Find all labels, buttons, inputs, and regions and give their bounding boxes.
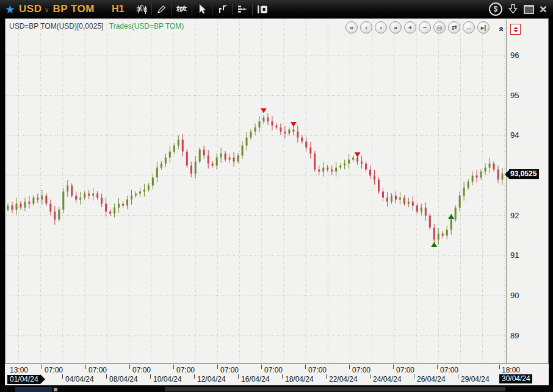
x-tick	[129, 365, 130, 369]
scroll-right-button[interactable]: ›	[375, 21, 387, 34]
x-tick	[150, 374, 151, 379]
x-tick	[370, 374, 370, 379]
toolbar-divider	[212, 3, 212, 15]
draw-icon[interactable]	[153, 2, 171, 16]
x-date-label: 10/04/24	[153, 375, 182, 383]
x-date-label: 18/04/24	[285, 375, 314, 383]
chart-type-icon[interactable]	[132, 2, 151, 16]
taskbar-fragment	[15, 387, 52, 392]
y-axis-label: 95	[510, 91, 519, 100]
toolbar-divider	[172, 3, 172, 15]
window-controls: $ ×	[489, 2, 553, 16]
toolbar-divider	[252, 3, 253, 15]
timeframe-selector[interactable]: H1	[112, 4, 124, 15]
price-arrow-icon	[505, 170, 509, 179]
scroll-fast-right-button[interactable]: »	[389, 21, 402, 34]
toolbar-divider	[232, 3, 233, 15]
x-time-label: 07:00	[440, 366, 458, 374]
x-date-label: 26/04/24	[417, 375, 446, 383]
y-axis-label: 94	[510, 130, 519, 140]
application-window: ★ USD ∨ BP TOM H1	[0, 0, 553, 392]
first-date-tag: 01/04/24	[7, 374, 45, 384]
compress-scale-button[interactable]: ⇄	[448, 21, 460, 34]
price-value: 93,0525	[509, 169, 539, 179]
symbol-selector[interactable]: USD	[19, 3, 42, 15]
levels-icon[interactable]	[233, 2, 251, 16]
x-date-label: 08/04/24	[109, 375, 138, 383]
x-tick	[393, 365, 394, 369]
account-money-icon[interactable]: $	[489, 2, 502, 16]
scale-down-arrow-icon	[513, 30, 518, 32]
chevron-down-icon[interactable]: ∨	[44, 6, 49, 14]
x-time-label: 07:00	[352, 366, 370, 374]
auto-scale-button[interactable]	[510, 24, 521, 35]
x-tick	[217, 365, 218, 369]
title-bar: ★ USD ∨ BP TOM H1	[0, 0, 553, 18]
sell-marker	[291, 122, 297, 127]
chart-nav-toolbar: «‹›»+−◎⇄↔▸|	[345, 21, 490, 34]
y-axis-label: 92	[510, 211, 519, 220]
cursor-icon[interactable]	[193, 2, 211, 16]
x-tick	[42, 365, 42, 369]
x-tick	[106, 374, 107, 379]
x-tick	[282, 374, 283, 379]
zoom-out-button[interactable]: −	[419, 21, 431, 34]
x-tick	[238, 374, 239, 379]
x-tick	[261, 365, 262, 369]
sell-marker	[355, 152, 361, 157]
x-time-label: 07:00	[45, 366, 63, 374]
y-axis-label: 90	[510, 291, 519, 300]
logo-icon[interactable]	[253, 2, 272, 16]
x-date-label: 29/04/24	[461, 375, 490, 383]
restore-window-icon[interactable]	[524, 5, 534, 14]
scroll-fast-left-button[interactable]: «	[345, 21, 358, 34]
buy-marker	[448, 214, 454, 219]
x-tick	[349, 365, 350, 369]
x-date-label: 22/04/24	[329, 375, 358, 383]
zoom-in-button[interactable]: +	[404, 21, 416, 34]
legend-trades: Trades(USD=BP TOM)	[109, 22, 184, 30]
bar-width-button[interactable]: ↔	[463, 21, 475, 34]
y-axis-label: 89	[510, 331, 519, 340]
zoom-window-button[interactable]: ◎	[433, 21, 446, 34]
x-tick	[326, 374, 327, 379]
collapse-toolbar-icon[interactable]: »	[495, 22, 506, 32]
taskbar-fragment	[54, 388, 57, 391]
taskbar-strip	[0, 385, 553, 392]
x-date-label: 16/04/24	[241, 375, 270, 383]
x-tick	[414, 374, 414, 379]
close-icon[interactable]: ×	[540, 3, 547, 15]
x-tick	[305, 365, 306, 369]
x-time-label: 07:00	[308, 366, 327, 374]
x-tick	[437, 365, 438, 369]
toolbar-divider	[192, 3, 192, 15]
x-axis: 13:0007:0007:0007:0007:0007:0007:0007:00…	[5, 363, 549, 385]
scale-up-arrow-icon	[513, 27, 518, 29]
candlestick-chart[interactable]	[6, 20, 507, 363]
favorite-star-icon[interactable]: ★	[5, 2, 15, 16]
x-date-label: 24/04/24	[373, 375, 402, 383]
x-time-label: 07:00	[220, 366, 239, 374]
download-arrow-icon[interactable]	[508, 4, 518, 15]
scale-icon[interactable]	[213, 2, 231, 16]
x-tick	[85, 365, 86, 369]
pair-label[interactable]: BP TOM	[53, 3, 95, 15]
x-date-label: 04/04/24	[65, 375, 94, 383]
indicator-icon[interactable]	[173, 2, 191, 16]
y-axis-label: 96	[510, 51, 519, 60]
x-time-label: 07:00	[176, 366, 195, 374]
buy-marker	[431, 242, 437, 247]
x-tick	[499, 365, 500, 369]
x-time-label: 07:00	[132, 366, 151, 374]
go-to-end-button[interactable]: ▸|	[477, 21, 490, 34]
last-date-tag: 30/04/24	[499, 374, 532, 383]
x-tick	[173, 365, 174, 369]
scroll-left-button[interactable]: ‹	[360, 21, 372, 34]
x-time-label: 07:00	[89, 366, 107, 374]
x-time-label: 18:00	[502, 366, 520, 374]
x-date-label: 12/04/24	[197, 375, 226, 383]
x-tick	[194, 374, 195, 379]
x-time-label: 07:00	[396, 366, 414, 374]
toolbar-divider	[151, 3, 152, 15]
chart-toolbar	[132, 0, 272, 18]
